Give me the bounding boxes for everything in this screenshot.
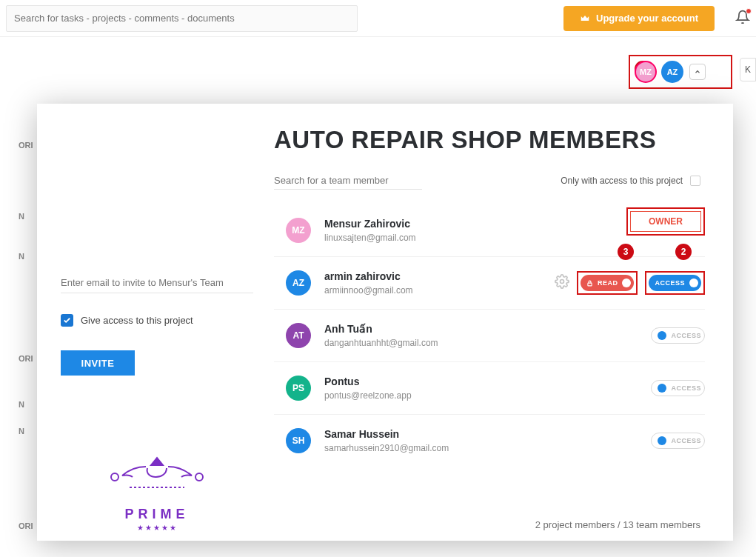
avatar-az[interactable]: AZ: [661, 61, 683, 83]
member-info: Pontus pontus@reelzone.app: [324, 376, 651, 401]
member-avatar: AT: [286, 323, 311, 348]
toggle-knob: [689, 278, 698, 287]
chevron-up-icon[interactable]: [689, 64, 706, 80]
k-button[interactable]: K: [740, 58, 756, 81]
lock-icon: [586, 280, 593, 287]
annotation-3: 3: [618, 244, 634, 260]
owner-badge: OWNER: [630, 211, 701, 232]
member-row: AZ armin zahirovic armiinnoo@gmail.com R…: [274, 257, 705, 310]
members-list: MZ Mensur Zahirovic linuxsajten@gmail.co…: [274, 204, 726, 510]
member-email: pontus@reelzone.app: [324, 390, 651, 401]
member-avatar: MZ: [286, 218, 311, 243]
access-highlight: ACCESS: [645, 271, 705, 295]
members-modal: Give access to this project INVITE PRIME…: [37, 104, 733, 541]
member-row: MZ Mensur Zahirovic linuxsajten@gmail.co…: [274, 204, 705, 257]
member-info: armin zahirovic armiinnoo@gmail.com: [324, 270, 555, 296]
member-email: danganhtuanhht@gmail.com: [324, 338, 651, 348]
spacer: [61, 124, 253, 273]
give-access-label: Give access to this project: [81, 315, 193, 326]
upgrade-account-button[interactable]: Upgrade your account: [563, 6, 715, 31]
crown-icon: [580, 13, 590, 24]
members-title: AUTO REPAIR SHOP MEMBERS: [274, 126, 726, 154]
member-info: Anh Tuấn danganhtuanhht@gmail.com: [324, 323, 651, 348]
members-filter-row: Only with access to this project: [274, 172, 726, 190]
invite-email-input[interactable]: [61, 273, 253, 293]
members-panel: AUTO REPAIR SHOP MEMBERS Only with acces…: [274, 104, 733, 541]
access-toggle[interactable]: ACCESS: [651, 433, 705, 449]
member-row: SH Samar Hussein samarhussein2910@gmail.…: [274, 415, 705, 467]
member-name: armin zahirovic: [324, 270, 555, 282]
toggle-knob: [658, 436, 666, 445]
member-search-input[interactable]: [274, 172, 422, 190]
prime-stars: ★★★★★: [137, 524, 178, 532]
member-email: samarhussein2910@gmail.com: [324, 443, 651, 453]
annotation-2: 2: [675, 244, 692, 260]
svg-point-0: [111, 473, 118, 481]
read-highlight: READ: [577, 271, 638, 295]
invite-panel: Give access to this project INVITE PRIME…: [37, 104, 274, 541]
prime-label: PRIME: [124, 507, 189, 522]
access-label: ACCESS: [655, 279, 685, 287]
member-name: Pontus: [324, 376, 651, 387]
access-toggle[interactable]: ACCESS: [651, 327, 705, 344]
svg-rect-3: [588, 283, 592, 286]
member-row: AT Anh Tuấn danganhtuanhht@gmail.com ACC…: [274, 310, 705, 362]
upgrade-label: Upgrade your account: [596, 13, 698, 24]
member-avatar: PS: [286, 376, 311, 401]
prime-crest-icon: [94, 452, 220, 504]
member-avatar: AZ: [286, 270, 311, 296]
access-toggle[interactable]: ACCESS: [651, 380, 705, 396]
access-toggle[interactable]: ACCESS: [649, 275, 701, 291]
top-bar: Upgrade your account: [0, 0, 756, 37]
checkbox-checked-icon: [61, 314, 73, 327]
only-access-label: Only with access to this project: [561, 176, 683, 186]
prime-badge: PRIME ★★★★★: [61, 452, 253, 532]
member-info: Samar Hussein samarhussein2910@gmail.com: [324, 428, 651, 453]
access-label: ACCESS: [671, 332, 701, 339]
project-header: 1 MZ AZ K: [0, 37, 756, 104]
invite-button[interactable]: INVITE: [61, 350, 135, 376]
gear-icon[interactable]: [555, 274, 569, 292]
owner-highlight: OWNER: [626, 207, 705, 236]
checkbox-unchecked-icon: [690, 176, 700, 186]
avatar-mz[interactable]: MZ: [635, 61, 657, 83]
svg-point-2: [560, 280, 563, 284]
access-label: ACCESS: [671, 384, 701, 392]
notifications-button[interactable]: [735, 10, 750, 27]
member-name: Samar Hussein: [324, 428, 651, 440]
toggle-knob: [658, 331, 666, 340]
toggle-knob: [658, 384, 666, 393]
svg-point-1: [195, 473, 203, 481]
project-members-avatars[interactable]: MZ AZ: [629, 55, 732, 89]
global-search-input[interactable]: [6, 5, 358, 32]
give-access-checkbox-row[interactable]: Give access to this project: [61, 314, 253, 327]
only-access-toggle[interactable]: Only with access to this project: [561, 176, 700, 186]
member-row: PS Pontus pontus@reelzone.app ACCESS: [274, 362, 705, 415]
toggle-knob: [622, 278, 631, 287]
members-count-footer: 2 project members / 13 team members: [274, 510, 726, 530]
member-email: armiinnoo@gmail.com: [324, 285, 555, 296]
notification-dot: [746, 8, 752, 14]
access-label: ACCESS: [671, 437, 701, 444]
read-toggle[interactable]: READ: [581, 275, 635, 291]
member-name: Anh Tuấn: [324, 323, 651, 335]
member-avatar: SH: [286, 428, 311, 453]
read-label: READ: [598, 279, 618, 287]
